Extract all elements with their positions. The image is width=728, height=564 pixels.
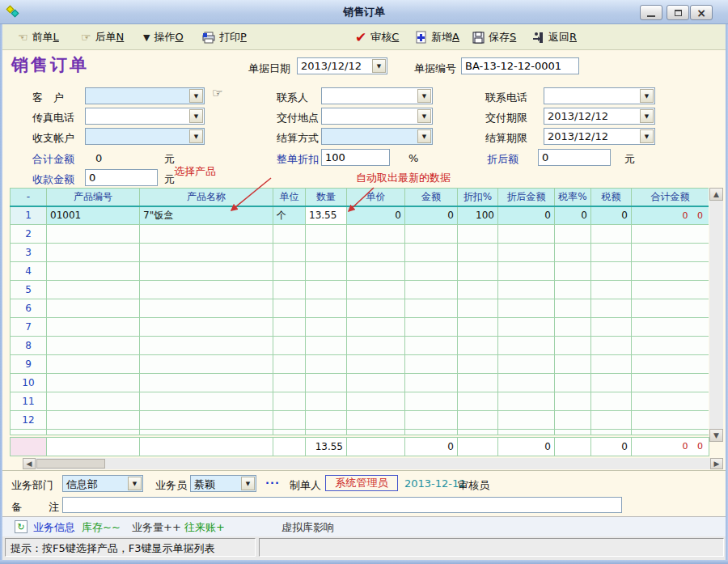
grid-row[interactable]: 10 <box>11 374 709 392</box>
next-order-button[interactable]: ☞ 后单N <box>78 28 127 47</box>
cell-discounted-amount[interactable]: 0 <box>498 206 555 225</box>
col-header-product-code: 产品编号 <box>47 189 140 206</box>
fax-combo[interactable]: ▼ <box>85 108 205 125</box>
audit-button[interactable]: ✔ 审核C <box>352 28 402 47</box>
print-button[interactable]: 打印P <box>199 28 250 47</box>
audit-check-icon: ✔ <box>355 31 366 45</box>
scroll-right-icon[interactable]: ▶ <box>710 458 723 469</box>
dropdown-icon[interactable]: ▼ <box>640 129 654 143</box>
delivery-date-label: 交付期限 <box>485 111 527 125</box>
discounted-label: 折后额 <box>487 152 518 167</box>
received-input[interactable] <box>85 169 158 186</box>
toolbar: ☜ 前单L ☞ 后单N ▼ 操作O 打印P ✔ 审核C <box>2 24 726 50</box>
order-items-grid[interactable]: - 产品编号 产品名称 单位 数量 单价 金额 折扣% 折后金额 税率% 税额 … <box>10 188 709 435</box>
add-button[interactable]: 新增A <box>412 28 463 47</box>
exit-icon <box>531 32 544 44</box>
total-amount-value: 0 <box>95 152 102 164</box>
auto-data-note: 自动取出最新的数据 <box>356 171 451 185</box>
tab-volume[interactable]: 业务量++ <box>132 520 181 535</box>
grid-row[interactable]: 13 <box>11 430 709 436</box>
doc-no-input[interactable] <box>461 57 579 74</box>
cell-qty[interactable]: 13.55 <box>306 206 347 225</box>
status-hint: 提示：按F5键选择产品，F3键显示单据列表 <box>5 538 256 557</box>
settle-date-combo[interactable]: 2013/12/12▼ <box>544 128 655 145</box>
more-button[interactable]: ... <box>265 474 280 486</box>
customer-pick-hand-icon[interactable]: ☞ <box>212 86 222 100</box>
vertical-scrollbar[interactable]: ▲ ▼ <box>709 188 723 442</box>
cell-product-code[interactable]: 01001 <box>47 206 140 225</box>
tab-stock[interactable]: 库存~~ <box>82 520 121 535</box>
percent-label: % <box>408 152 418 164</box>
dropdown-icon[interactable]: ▼ <box>640 89 654 103</box>
grid-row[interactable]: 8 <box>11 337 709 355</box>
refresh-icon[interactable]: ↻ <box>15 520 28 533</box>
cell-amount[interactable]: 0 <box>405 206 458 225</box>
minimize-button[interactable] <box>640 5 662 20</box>
grid-row-1[interactable]: 1 01001 7"饭盒 个 13.55 0 0 100 0 0 0 0 0 <box>11 206 709 225</box>
doc-date-combo[interactable]: 2013/12/12 ▼ <box>297 57 387 74</box>
tab-business-info[interactable]: 业务信息 <box>33 520 75 535</box>
maker-value-box[interactable]: 系统管理员 <box>325 475 398 491</box>
dropdown-icon[interactable]: ▼ <box>241 477 255 490</box>
grid-row[interactable]: 9 <box>11 355 709 374</box>
dropdown-icon[interactable]: ▼ <box>189 129 203 143</box>
discounted-input[interactable] <box>538 149 611 166</box>
grid-row[interactable]: 6 <box>11 299 709 318</box>
customer-combo[interactable]: ▼ <box>85 87 205 104</box>
dropdown-icon[interactable]: ▼ <box>372 59 386 73</box>
settle-method-combo[interactable]: ▼ <box>321 128 433 145</box>
discount-input[interactable] <box>321 149 390 166</box>
tab-accounts[interactable]: 往来账+ <box>184 520 225 535</box>
dept-combo[interactable]: 信息部▼ <box>62 475 143 492</box>
dropdown-icon[interactable]: ▼ <box>189 109 203 123</box>
grid-row[interactable]: 2 <box>11 225 709 244</box>
close-button[interactable]: × <box>690 5 713 20</box>
dropdown-icon[interactable]: ▼ <box>640 109 654 123</box>
scroll-down-icon[interactable]: ▼ <box>709 429 723 442</box>
dropdown-icon[interactable]: ▼ <box>128 477 142 490</box>
cell-discount[interactable]: 100 <box>458 206 498 225</box>
cell-product-name[interactable]: 7"饭盒 <box>140 206 273 225</box>
grid-row[interactable]: 12 <box>11 411 709 430</box>
prev-order-button[interactable]: ☜ 前单L <box>15 28 62 47</box>
delivery-date-combo[interactable]: 2013/12/12▼ <box>544 108 655 125</box>
tab-virtual-stock[interactable]: 虚拟库影响 <box>281 520 334 535</box>
horizontal-scrollbar[interactable]: ◀ ▶ <box>23 458 723 469</box>
cell-tax-rate[interactable]: 0 <box>555 206 591 225</box>
dropdown-icon[interactable]: ▼ <box>417 89 431 103</box>
dropdown-icon[interactable]: ▼ <box>417 129 431 143</box>
contact-phone-combo[interactable]: ▼ <box>544 87 655 104</box>
contact-combo[interactable]: ▼ <box>321 87 433 104</box>
dropdown-icon[interactable]: ▼ <box>189 89 203 103</box>
col-header-tax-rate: 税率% <box>555 189 591 206</box>
action-button[interactable]: ▼ 操作O <box>140 28 187 47</box>
total-amount-label: 合计金额 <box>32 152 74 167</box>
delivery-place-combo[interactable]: ▼ <box>321 108 433 125</box>
account-combo[interactable]: ▼ <box>85 128 205 145</box>
scroll-left-icon[interactable]: ◀ <box>23 458 36 469</box>
grid-row[interactable]: 4 <box>11 262 709 281</box>
window-border-left <box>0 24 2 564</box>
horizontal-scroll-thumb[interactable] <box>36 459 105 469</box>
dropdown-icon[interactable]: ▼ <box>417 109 431 123</box>
grid-row[interactable]: 5 <box>11 281 709 299</box>
grid-row[interactable]: 3 <box>11 244 709 262</box>
scroll-up-icon[interactable]: ▲ <box>709 188 723 201</box>
cell-unit[interactable]: 个 <box>273 206 306 225</box>
title-bar[interactable]: 销售订单 × <box>0 0 728 24</box>
cell-ledger-total[interactable]: 0 0 <box>632 206 709 225</box>
cell-tax[interactable]: 0 <box>591 206 632 225</box>
contact-label: 联系人 <box>277 91 308 105</box>
remark-input[interactable] <box>62 497 622 513</box>
footer-divider <box>2 470 726 471</box>
save-button[interactable]: 保存S <box>469 28 519 47</box>
restore-button[interactable] <box>667 5 689 20</box>
back-button[interactable]: 返回R <box>528 28 580 47</box>
grid-row[interactable]: 11 <box>11 392 709 411</box>
grid-row[interactable]: 7 <box>11 318 709 337</box>
salesman-combo[interactable]: 綦颖▼ <box>190 475 256 492</box>
maker-date: 2013-12-12 <box>404 477 466 490</box>
doc-no-label: 单据编号 <box>414 61 456 76</box>
status-panel-right <box>259 538 724 557</box>
cell-price[interactable]: 0 <box>347 206 405 225</box>
